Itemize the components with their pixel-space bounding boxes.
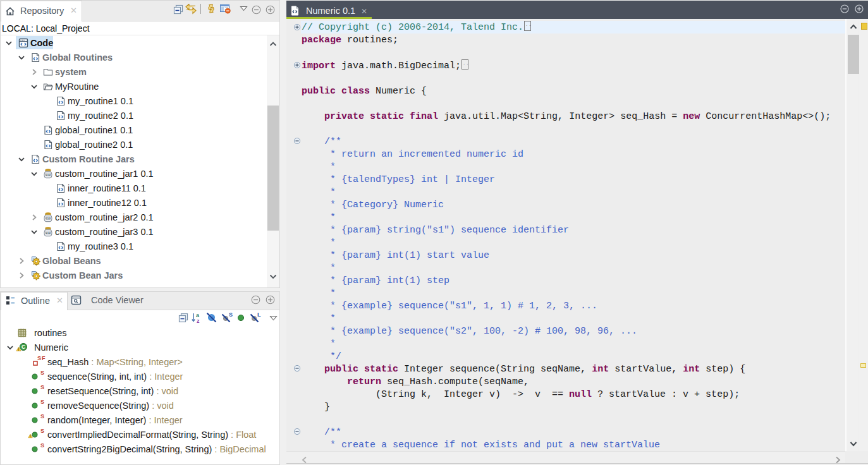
svg-text:L: L	[257, 311, 261, 318]
svg-text:z: z	[197, 318, 200, 323]
svg-text:S: S	[229, 311, 233, 318]
